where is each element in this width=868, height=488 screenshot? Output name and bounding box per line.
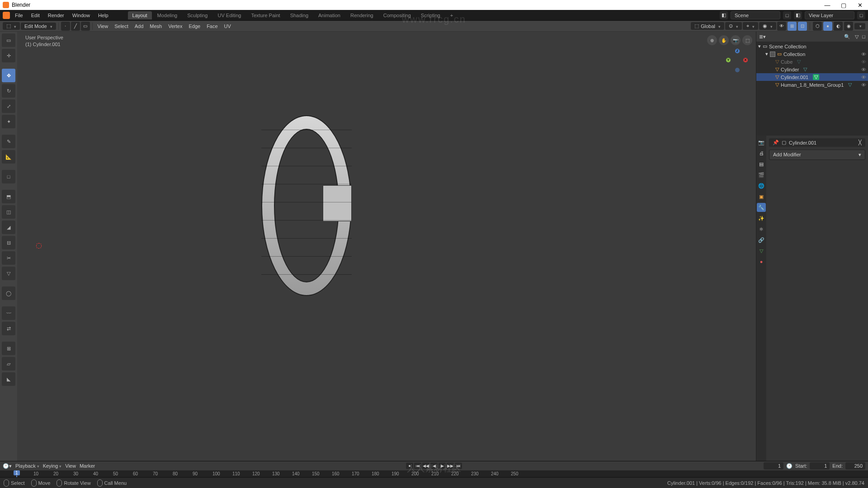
properties-breadcrumb[interactable]: 📌 ▢ Cylinder.001 ╳ (769, 138, 865, 147)
prop-tab-render[interactable]: 📷 (757, 138, 766, 147)
tool-transform[interactable]: ✦ (2, 115, 15, 128)
transform-orientation-dropdown[interactable]: ⬚Global (691, 22, 724, 30)
tool-knife[interactable]: ✂ (2, 251, 15, 265)
tab-sculpting[interactable]: Sculpting (183, 11, 212, 19)
nav-pan-icon[interactable]: ✋ (719, 35, 729, 45)
scene-new-icon[interactable]: □ (783, 11, 791, 19)
tool-measure[interactable]: 📐 (2, 150, 15, 164)
scene-name-field[interactable]: Scene (731, 11, 780, 19)
tool-extrude[interactable]: ⬒ (2, 190, 15, 203)
prop-tab-world[interactable]: 🌐 (757, 181, 766, 190)
tool-bevel[interactable]: ◢ (2, 221, 15, 234)
prop-tab-scene[interactable]: 🎬 (757, 170, 766, 179)
tool-cursor[interactable]: ✛ (2, 49, 15, 62)
proportional-edit-dropdown[interactable]: ◉ (759, 22, 776, 30)
tool-shear[interactable]: ▱ (2, 357, 15, 371)
pin-icon[interactable]: 📌 (773, 140, 779, 145)
tool-rotate[interactable]: ↻ (2, 84, 15, 98)
tool-edge-slide[interactable]: ⇄ (2, 322, 15, 335)
select-mode-face[interactable]: ▭ (81, 22, 90, 31)
vmenu-mesh[interactable]: Mesh (147, 23, 165, 30)
visibility-icon[interactable]: 👁 (861, 52, 866, 57)
viewlayer-browse-icon[interactable]: ◧ (794, 11, 802, 19)
tmenu-keying[interactable]: Keying (43, 463, 62, 469)
new-collection-icon[interactable]: □ (862, 34, 865, 39)
tool-shrink[interactable]: ⊞ (2, 342, 15, 355)
3d-viewport[interactable]: User Perspective (1) Cylinder.001 ⊕ ✋ 📷 … (17, 32, 756, 461)
xray-toggle-icon[interactable]: ⊡ (798, 22, 807, 31)
tool-rip[interactable]: ◣ (2, 372, 15, 386)
visibility-icon[interactable]: 👁 (861, 82, 866, 88)
add-modifier-dropdown[interactable]: Add Modifier▾ (769, 150, 865, 160)
close-icon[interactable]: ╳ (859, 140, 862, 145)
vmenu-edge[interactable]: Edge (186, 23, 203, 30)
outliner-item-cylinder[interactable]: ▽ Cylinder ▽ 👁 (756, 66, 868, 73)
nav-camera-icon[interactable]: 📷 (731, 35, 741, 45)
tool-smooth[interactable]: 〰 (2, 306, 15, 320)
prop-tab-viewlayer[interactable]: ▤ (757, 160, 766, 169)
checkbox-icon[interactable] (770, 52, 775, 57)
start-frame-field[interactable]: 1 (810, 462, 830, 469)
prop-tab-modifier[interactable]: 🔧 (757, 203, 766, 212)
tab-shading[interactable]: Shading (286, 11, 313, 19)
outliner-scene-collection[interactable]: ▾▭ Scene Collection (756, 42, 868, 50)
snap-dropdown[interactable]: ⌖ (743, 22, 758, 30)
tool-polybuild[interactable]: ▽ (2, 267, 15, 280)
search-icon[interactable]: 🔍 (844, 34, 851, 40)
prop-tab-object[interactable]: ▣ (757, 192, 766, 201)
editor-type-dropdown[interactable]: ⬚ (3, 22, 20, 30)
tab-animation[interactable]: Animation (314, 11, 345, 19)
tool-select-box[interactable]: ▭ (2, 33, 15, 47)
tmenu-view[interactable]: View (65, 463, 76, 469)
end-frame-field[interactable]: 250 (845, 462, 865, 469)
visibility-icon[interactable]: 👁 (861, 67, 866, 72)
shading-solid-icon[interactable]: ● (823, 22, 832, 31)
minimize-button[interactable]: — (822, 2, 833, 9)
prop-tab-particles[interactable]: ✨ (757, 214, 766, 223)
visibility-icon[interactable]: 👁 (861, 75, 866, 80)
menu-window[interactable]: Window (69, 12, 93, 19)
outliner-type-icon[interactable]: ≣▾ (759, 34, 766, 40)
blender-icon[interactable] (3, 12, 10, 19)
preview-range-icon[interactable]: 🕐 (786, 463, 793, 469)
nav-persp-icon[interactable]: ⬚ (742, 35, 752, 45)
viewlayer-name-field[interactable]: View Layer (805, 11, 854, 19)
prop-tab-output[interactable]: 🖨 (757, 149, 766, 158)
tab-rendering[interactable]: Rendering (346, 11, 378, 19)
filter-icon[interactable]: ▽ (855, 34, 859, 40)
current-frame-field[interactable]: 1 (764, 462, 783, 469)
vmenu-vertex[interactable]: Vertex (165, 23, 185, 30)
overlay-visibility-icon[interactable]: ⊞ (788, 22, 797, 31)
prop-tab-mesh[interactable]: ▽ (757, 246, 766, 255)
tool-inset[interactable]: ◫ (2, 205, 15, 219)
visibility-icon[interactable]: 👁 (861, 59, 866, 65)
pivot-point-dropdown[interactable]: ⊙ (725, 22, 742, 30)
vmenu-face[interactable]: Face (204, 23, 220, 30)
timeline-type-icon[interactable]: 🕐▾ (3, 463, 12, 469)
maximize-button[interactable]: ▢ (838, 2, 849, 9)
viewlayer-new-icon[interactable]: □ (857, 11, 865, 19)
outliner-item-human[interactable]: ▽ Human_1.8_Meters_Group1 ▽ 👁 (756, 81, 868, 89)
scene-browse-icon[interactable]: ◧ (720, 11, 728, 19)
outliner-item-cylinder001[interactable]: ▽ Cylinder.001 ▽ 👁 (756, 73, 868, 81)
menu-help[interactable]: Help (95, 12, 112, 19)
tool-scale[interactable]: ⤢ (2, 99, 15, 113)
vmenu-view[interactable]: View (95, 23, 111, 30)
menu-edit[interactable]: Edit (28, 12, 43, 19)
menu-file[interactable]: File (12, 12, 26, 19)
tab-modeling[interactable]: Modeling (153, 11, 182, 19)
outliner-item-cube[interactable]: ▽ Cube ▽ 👁 (756, 58, 868, 66)
shading-lookdev-icon[interactable]: ◐ (834, 22, 843, 31)
tab-texture-paint[interactable]: Texture Paint (246, 11, 284, 19)
vmenu-add[interactable]: Add (132, 23, 146, 30)
vmenu-uv[interactable]: UV (222, 23, 234, 30)
tab-uv-editing[interactable]: UV Editing (213, 11, 245, 19)
orientation-gizmo[interactable]: X Y Z (726, 49, 749, 71)
vmenu-select[interactable]: Select (112, 23, 131, 30)
select-mode-vertex[interactable]: · (61, 22, 70, 31)
nav-zoom-icon[interactable]: ⊕ (707, 35, 717, 45)
prop-tab-constraints[interactable]: 🔗 (757, 235, 766, 244)
shading-rendered-icon[interactable]: ◉ (844, 22, 853, 31)
close-button[interactable]: ✕ (854, 2, 865, 9)
menu-render[interactable]: Render (45, 12, 67, 19)
